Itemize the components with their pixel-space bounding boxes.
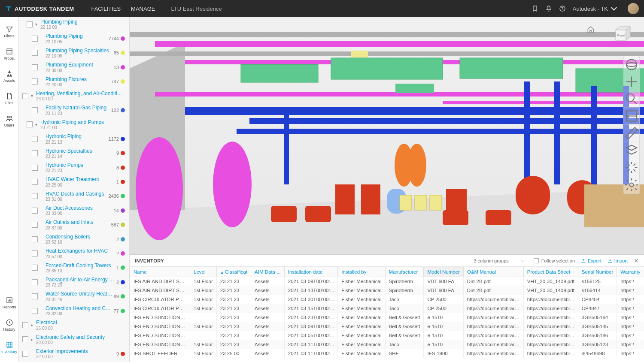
user-menu[interactable]: Autodesk - TK xyxy=(573,5,617,12)
tree-row[interactable]: Plumbing Piping22 10 05 7744 xyxy=(19,31,129,45)
tree-row[interactable]: Plumbing Piping Specialties22 10 06 65 xyxy=(19,46,129,60)
tree-row[interactable]: Water-Source Unitary Heat Pumps23 81 46 … xyxy=(19,289,129,303)
rail-inventory[interactable]: Inventory xyxy=(0,336,18,359)
checkbox[interactable] xyxy=(22,351,28,357)
settings-tool[interactable] xyxy=(624,176,639,193)
column-groups-dropdown[interactable]: 3 column groups xyxy=(471,257,527,264)
model-canvas[interactable] xyxy=(130,17,644,254)
rail-reports[interactable]: Reports xyxy=(0,292,18,314)
nav-manage[interactable]: MANAGE xyxy=(131,6,155,12)
rail-filters[interactable]: Filters xyxy=(0,21,18,43)
checkbox[interactable] xyxy=(32,179,38,185)
tree-row[interactable]: Packaged Air-to-Air Energy Recover...23 … xyxy=(19,275,129,289)
column-header[interactable]: O&M Manual xyxy=(463,267,523,277)
checkbox[interactable] xyxy=(32,236,38,242)
explode-tool[interactable] xyxy=(624,159,639,176)
chevron-icon[interactable]: ▸ xyxy=(31,337,36,342)
table-row[interactable]: IFS AIR AND DIRT SEPERA...1st Floor23 21… xyxy=(130,286,644,295)
tree-row[interactable]: Heat Exchangers for HVAC23 57 00 2 xyxy=(19,246,129,260)
column-header[interactable]: AIM Data ... xyxy=(251,267,285,277)
checkbox[interactable] xyxy=(32,150,38,156)
rail-assets[interactable]: Assets xyxy=(0,65,18,87)
viewport-3d[interactable]: Front xyxy=(130,17,644,254)
rail-users[interactable]: Users xyxy=(0,110,18,132)
measure-tool[interactable] xyxy=(624,125,639,142)
section-tool[interactable] xyxy=(624,108,639,125)
layers-tool[interactable] xyxy=(624,142,639,159)
checkbox[interactable] xyxy=(27,121,33,127)
home-icon[interactable] xyxy=(587,26,595,35)
tree-row[interactable]: Condensing Boilers23 52 16 2 xyxy=(19,232,129,246)
avatar[interactable] xyxy=(628,3,639,14)
checkbox[interactable] xyxy=(32,293,38,299)
tree-row[interactable]: Plumbing Equipment22 30 00 13 xyxy=(19,60,129,74)
tree-row[interactable]: Exterior Improvements32 00 00 9 xyxy=(19,347,129,361)
tree-row[interactable]: HVAC Water Treatment23 25 00 1 xyxy=(19,175,129,189)
tree-row[interactable]: ▾ Plumbing Piping22 10 00 xyxy=(19,17,129,31)
table-row[interactable]: IFS CIRCULATOR PUMP1st Floor23 21 23Asse… xyxy=(130,295,644,304)
chevron-icon[interactable]: ▾ xyxy=(31,94,36,98)
checkbox[interactable] xyxy=(32,165,38,171)
rail-props[interactable]: Props. xyxy=(0,43,18,65)
tree-row[interactable]: Plumbing Fixtures22 40 00 747 xyxy=(19,75,129,89)
chevron-icon[interactable]: ▾ xyxy=(35,22,40,27)
tree-row[interactable]: ▾ Hydronic Piping and Pumps23 21 00 xyxy=(19,118,129,132)
checkbox[interactable] xyxy=(32,36,38,42)
filter-sidebar[interactable]: ▾ Plumbing Piping22 10 00 Plumbing Pipin… xyxy=(19,17,130,362)
column-header[interactable]: Manufacturer xyxy=(385,267,424,277)
checkbox[interactable] xyxy=(22,322,28,328)
chevron-icon[interactable]: ▾ xyxy=(35,122,40,127)
bell-icon[interactable] xyxy=(545,5,552,12)
tree-row[interactable]: Air Outlets and Inlets23 37 00 587 xyxy=(19,217,129,232)
tree-row[interactable]: Hydronic Piping23 21 13 1172 xyxy=(19,132,129,146)
follow-selection-toggle[interactable]: Follow selection xyxy=(534,258,575,263)
column-header[interactable]: Warranty xyxy=(617,267,644,277)
checkbox[interactable] xyxy=(22,336,28,342)
table-row[interactable]: IFS AIR AND DIRT SEPERA...1st Floor23 21… xyxy=(130,277,644,286)
checkbox[interactable] xyxy=(32,265,38,271)
tree-row[interactable]: Facility Natural-Gas Piping23 11 23 122 xyxy=(19,103,129,117)
inventory-table[interactable]: NameLevel▲ClassificatAIM Data ...Install… xyxy=(130,267,644,362)
table-row[interactable]: IFS SHOT FEEDER1st Floor23 25 00Assets20… xyxy=(130,349,644,358)
tree-row[interactable]: ▾ Heating, Ventilating, and Air-Conditio… xyxy=(19,89,129,103)
tree-row[interactable]: Hydronic Pumps23 21 23 8 xyxy=(19,160,129,175)
viewcube[interactable]: Front xyxy=(611,25,632,43)
import-button[interactable]: Import xyxy=(608,258,628,263)
column-header[interactable]: Name xyxy=(130,267,190,277)
bookmark-icon[interactable] xyxy=(532,5,538,12)
checkbox[interactable] xyxy=(32,50,38,56)
chevron-icon[interactable]: ▸ xyxy=(31,323,36,327)
checkbox[interactable] xyxy=(32,308,38,314)
tree-row[interactable]: Forced-Draft Cooling Towers23 65 13 1 xyxy=(19,261,129,275)
project-name[interactable]: LTU East Residence xyxy=(171,6,222,12)
column-header[interactable]: Installation date xyxy=(284,267,337,277)
checkbox[interactable] xyxy=(32,78,38,84)
table-row[interactable]: IFS END SUNCTION PUMP23 21 23Assets2021-… xyxy=(130,313,644,322)
zoom-tool[interactable] xyxy=(624,90,639,108)
tree-row[interactable]: HVAC Ducts and Casings23 31 00 2436 xyxy=(19,189,129,203)
column-header[interactable]: Product Data Sheet xyxy=(523,267,578,277)
checkbox[interactable] xyxy=(32,107,38,113)
checkbox[interactable] xyxy=(32,222,38,228)
column-header[interactable]: Serial Number xyxy=(578,267,617,277)
nav-facilities[interactable]: FACILITIES xyxy=(91,6,121,12)
column-header[interactable]: Installed by xyxy=(338,267,385,277)
tree-row[interactable]: Hydronic Specialties23 21 14 9 xyxy=(19,146,129,160)
column-header[interactable]: Level xyxy=(190,267,217,277)
checkbox[interactable] xyxy=(32,250,38,256)
tree-row[interactable]: ▸ Electrical26 00 00 xyxy=(19,318,129,332)
checkbox[interactable] xyxy=(32,279,38,285)
column-header[interactable]: ▲Classificat xyxy=(216,267,251,277)
table-row[interactable]: IFS CIRCULATOR PUMP1st Floor23 21 23Asse… xyxy=(130,304,644,313)
rail-files[interactable]: Files xyxy=(0,87,18,110)
export-button[interactable]: Export xyxy=(581,258,601,263)
checkbox[interactable] xyxy=(32,193,38,199)
checkbox[interactable] xyxy=(32,136,38,142)
pan-tool[interactable] xyxy=(624,73,639,90)
tree-row[interactable]: Convection Heating and Cooling U...23 82… xyxy=(19,304,129,318)
table-row[interactable]: IFS END SUNCTION PUMP23 21 23Assets2021-… xyxy=(130,331,644,340)
close-button[interactable]: ✕ xyxy=(634,257,639,264)
help-icon[interactable] xyxy=(559,5,566,12)
table-row[interactable]: IFS END SUNCTION PUMP1st Floor23 21 23As… xyxy=(130,322,644,331)
checkbox[interactable] xyxy=(22,93,28,99)
